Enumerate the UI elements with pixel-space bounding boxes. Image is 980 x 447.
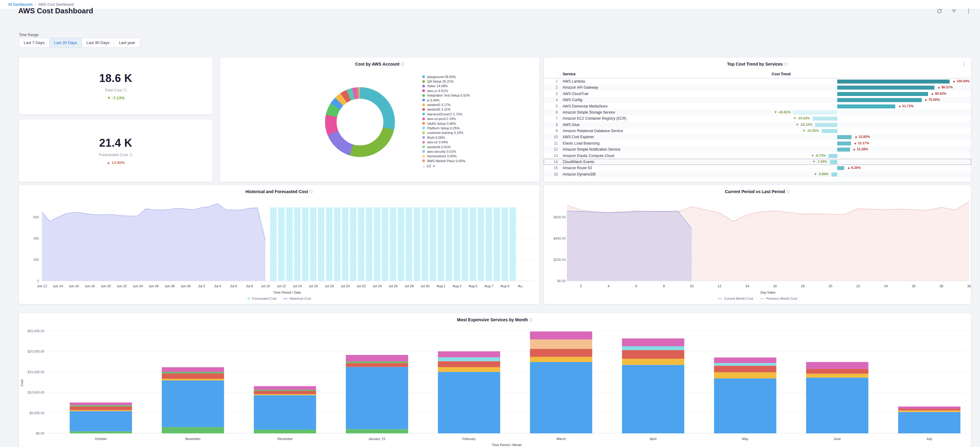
refresh-icon[interactable] xyxy=(936,8,942,14)
trend-bar[interactable] xyxy=(837,98,922,102)
table-row[interactable]: 14CloudWatch Events▼ -7.39% xyxy=(544,159,971,165)
bar-segment-pink[interactable] xyxy=(346,355,408,362)
table-row[interactable]: 9Amazon Relational Database Service▼ -15… xyxy=(544,128,971,134)
forecast-bar[interactable] xyxy=(414,207,420,281)
legend-item[interactable]: AWS Market Place 0.00% xyxy=(422,159,470,163)
bar-segment-red[interactable] xyxy=(622,350,684,359)
bar-segment-pink[interactable] xyxy=(70,402,132,406)
forecast-bar[interactable] xyxy=(406,207,412,281)
trend-bar[interactable] xyxy=(829,154,837,158)
forecast-bar[interactable] xyxy=(318,207,325,281)
legend-item[interactable]: playground 28.59% xyxy=(422,75,470,79)
legend-item[interactable]: aws-ce-prod 2.19% xyxy=(422,117,470,121)
time-range-last-90-days[interactable]: Last 90 Days xyxy=(82,38,115,48)
bar-segment-red[interactable] xyxy=(162,374,224,379)
trend-bar[interactable] xyxy=(837,80,950,84)
pagination-up-icon[interactable]: ▲ xyxy=(422,165,425,168)
bar-segment-blue[interactable] xyxy=(622,365,684,433)
forecast-bar[interactable] xyxy=(270,207,277,281)
forecast-bar[interactable] xyxy=(302,207,308,281)
forecast-bar[interactable] xyxy=(310,207,317,281)
bar-segment-yellow[interactable] xyxy=(714,372,776,379)
info-icon[interactable]: ⓘ xyxy=(129,153,133,157)
legend-item[interactable]: Sales 14.08% xyxy=(422,84,470,88)
table-row[interactable]: 5AWS Elemental MediaStore▲ 51.72% xyxy=(544,103,971,109)
legend-item[interactable]: awstest4 0.01% xyxy=(422,145,470,149)
trend-bar[interactable] xyxy=(837,148,850,151)
forecast-bar[interactable] xyxy=(438,207,444,281)
forecast-bar[interactable] xyxy=(358,207,364,281)
bar-segment-red[interactable] xyxy=(70,406,132,410)
bar-segment-red[interactable] xyxy=(714,366,776,372)
bar-segment-yellow[interactable] xyxy=(622,359,684,365)
forecast-bar[interactable] xyxy=(334,207,340,281)
forecast-bar[interactable] xyxy=(445,207,452,281)
forecast-bar[interactable] xyxy=(390,207,396,281)
legend-item[interactable]: aws-security 0.01% xyxy=(422,149,470,154)
bar-segment-pink[interactable] xyxy=(622,339,684,347)
legend-item[interactable]: aws-ce 0.04% xyxy=(422,140,470,144)
forecast-bar[interactable] xyxy=(278,207,285,281)
forecast-bar[interactable] xyxy=(398,207,404,281)
table-row[interactable]: 3AWS CloudTrail▲ 80.83% xyxy=(544,91,971,97)
trend-bar[interactable] xyxy=(822,129,837,133)
bar-segment-blue[interactable] xyxy=(162,380,224,427)
legend-item[interactable]: Platform Setup 0.25% xyxy=(422,126,470,130)
table-row[interactable]: 1AWS Lambda▲ 100.00% xyxy=(544,78,971,84)
bar-segment-yellow[interactable] xyxy=(254,394,316,395)
bar-segment-cyan[interactable] xyxy=(622,346,684,350)
bar-segment-pink[interactable] xyxy=(254,386,316,390)
bar-segment-yellow[interactable] xyxy=(898,410,961,412)
bar-segment-pink[interactable] xyxy=(806,362,869,369)
table-row[interactable]: 12Amazon Simple Notification Service▲ 11… xyxy=(544,146,971,153)
table-row[interactable]: 8AWS Glue▼ -22.12% xyxy=(544,122,971,128)
forecast-bar[interactable] xyxy=(422,207,428,281)
table-row[interactable]: 11Elastic Load Balancing▲ 12.17% xyxy=(544,140,971,146)
historical-area[interactable] xyxy=(42,204,266,281)
forecast-bar[interactable] xyxy=(374,207,380,281)
bar-segment-green[interactable] xyxy=(346,361,408,363)
info-icon[interactable]: ⓘ xyxy=(784,62,788,67)
bar-segment-cyan[interactable] xyxy=(714,363,776,366)
legend-item[interactable]: aws-cs 9.51% xyxy=(422,88,470,93)
table-row[interactable]: 7Amazon EC2 Container Registry (ECR)▼ -2… xyxy=(544,115,971,121)
legend-item[interactable]: Integration Test Setup 5.52% xyxy=(422,93,470,98)
bar-segment-green[interactable] xyxy=(346,430,408,434)
trend-bar[interactable] xyxy=(832,172,837,177)
legend-item[interactable]: awstest3 3.17% xyxy=(422,102,470,107)
forecast-bar[interactable] xyxy=(494,207,500,281)
trend-bar[interactable] xyxy=(815,123,837,127)
time-range-last-year[interactable]: Last year xyxy=(114,38,140,48)
bar-segment-blue[interactable] xyxy=(254,395,316,430)
table-row[interactable]: 16Amazon DynamoDB▼ -5.89% xyxy=(544,171,971,177)
info-icon[interactable]: ⓘ xyxy=(123,88,127,92)
info-icon[interactable]: ⓘ xyxy=(401,62,404,67)
legend-item[interactable]: ø 3.44% xyxy=(422,98,470,102)
time-range-last-7-days[interactable]: Last 7 Days xyxy=(19,38,49,48)
time-range-last-30-days[interactable]: Last 30 Days xyxy=(49,38,82,48)
bar-segment-green[interactable] xyxy=(162,372,224,374)
breadcrumb-all-dashboards-link[interactable]: All Dashboards xyxy=(8,2,32,7)
bar-segment-blue[interactable] xyxy=(530,362,592,433)
bar-segment-yellow[interactable] xyxy=(438,367,500,372)
bar-segment-red[interactable] xyxy=(346,363,408,367)
kebab-menu-icon[interactable]: ⋮ xyxy=(966,8,972,14)
bar-segment-blue[interactable] xyxy=(70,411,132,431)
bar-segment-yellow[interactable] xyxy=(70,410,132,412)
forecast-bar[interactable] xyxy=(366,207,372,281)
forecast-bar[interactable] xyxy=(382,207,388,281)
bar-segment-blue[interactable] xyxy=(806,377,869,433)
bar-segment-red[interactable] xyxy=(254,391,316,394)
bar-segment-pink[interactable] xyxy=(898,407,961,409)
legend-item[interactable]: awstest5 3.11% xyxy=(422,107,470,112)
table-row[interactable]: 6Amazon Simple Storage Service▼ -43.81% xyxy=(544,109,971,115)
trend-bar[interactable] xyxy=(793,111,837,115)
forecast-bar[interactable] xyxy=(430,207,436,281)
forecast-bar[interactable] xyxy=(350,207,356,281)
forecast-bar[interactable] xyxy=(486,207,492,281)
bar-segment-pink[interactable] xyxy=(530,332,592,339)
bar-segment-green[interactable] xyxy=(162,427,224,433)
trend-bar[interactable] xyxy=(837,105,895,108)
filter-icon[interactable] xyxy=(951,8,957,14)
trend-bar[interactable] xyxy=(837,142,851,145)
